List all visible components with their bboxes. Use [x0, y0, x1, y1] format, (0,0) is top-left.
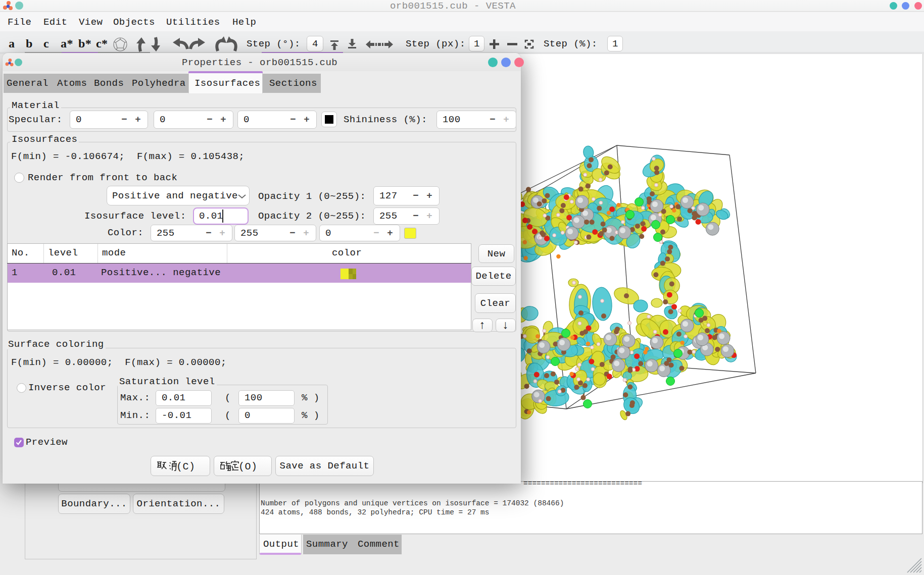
svg-text:(C): (C) [176, 461, 195, 472]
svg-text:(O): (O) [238, 461, 257, 472]
